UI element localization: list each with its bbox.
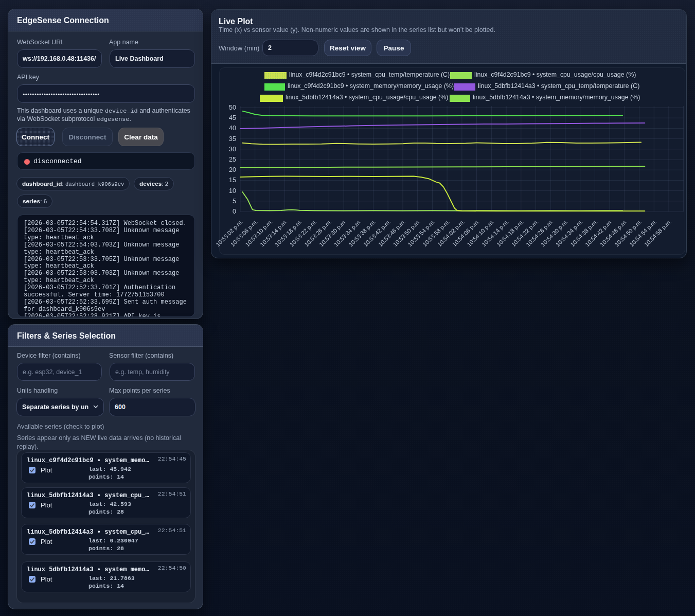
svg-text:35: 35: [229, 135, 236, 143]
svg-text:0: 0: [233, 208, 236, 215]
svg-text:10: 10: [229, 187, 236, 195]
svg-text:10:54:58 p.m.: 10:54:58 p.m.: [643, 218, 672, 248]
svg-text:5: 5: [233, 198, 236, 205]
svg-text:15: 15: [229, 177, 236, 184]
svg-text:20: 20: [229, 166, 236, 173]
svg-text:25: 25: [229, 156, 236, 163]
svg-text:40: 40: [229, 125, 236, 132]
svg-text:50: 50: [229, 104, 236, 111]
svg-text:30: 30: [229, 146, 236, 153]
svg-text:45: 45: [229, 114, 236, 121]
